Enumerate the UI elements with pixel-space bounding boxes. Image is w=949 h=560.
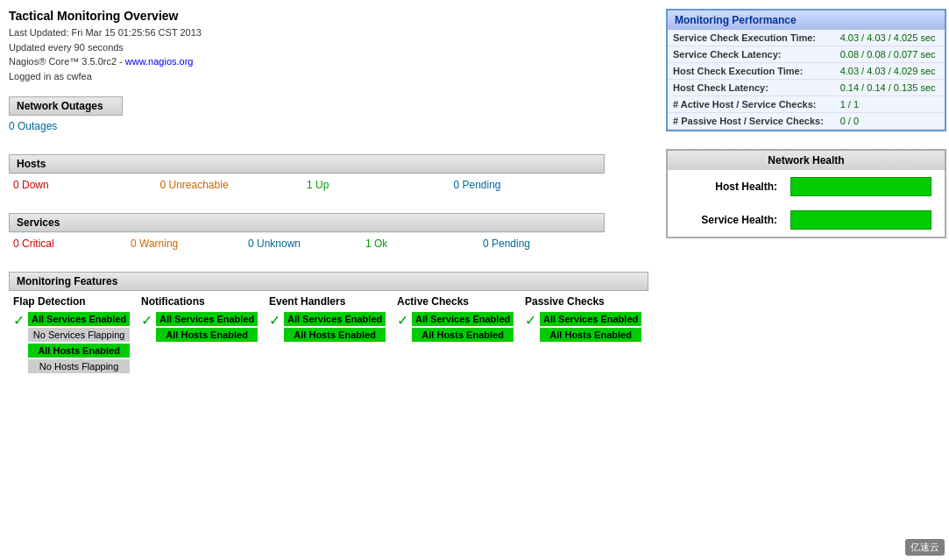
- outages-value[interactable]: 0 Outages: [9, 120, 57, 132]
- network-health-box: Network Health Host Health: Service Heal…: [666, 149, 946, 238]
- monitoring-features-section: Monitoring Features Flap Detection✓All S…: [9, 272, 648, 376]
- perf-label: Service Check Execution Time:: [668, 30, 835, 46]
- checkmark-icon: ✓: [13, 314, 25, 328]
- checkmark-icon: ✓: [269, 314, 280, 328]
- services-pending: 0 Pending: [483, 237, 600, 250]
- feature-tags: All Services EnabledNo Services Flapping…: [28, 312, 130, 373]
- features-grid: Flap Detection✓All Services EnabledNo Se…: [9, 295, 648, 376]
- services-warning: 0 Warning: [131, 237, 248, 250]
- website-link[interactable]: www.nagios.org: [125, 56, 194, 67]
- service-health-bar: [790, 210, 931, 230]
- feature-col-header: Event Handlers: [269, 295, 388, 308]
- perf-row: # Passive Host / Service Checks:0 / 0: [668, 113, 945, 130]
- feature-tag: All Hosts Enabled: [284, 328, 386, 342]
- network-health-header: Network Health: [668, 151, 945, 170]
- last-updated: Last Updated: Fri Mar 15 01:25:56 CST 20…: [9, 25, 648, 40]
- checkmark-icon: ✓: [141, 314, 152, 328]
- hosts-header: Hosts: [9, 154, 605, 174]
- perf-row: Service Check Latency:0.08 / 0.08 / 0.07…: [668, 46, 945, 63]
- services-section: Services 0 Critical 0 Warning 0 Unknown …: [9, 213, 605, 254]
- perf-row: Host Check Execution Time:4.03 / 4.03 / …: [668, 63, 945, 80]
- services-ok: 1 Ok: [365, 237, 483, 250]
- hosts-status-row: 0 Down 0 Unreachable 1 Up 0 Pending: [9, 174, 605, 195]
- hosts-down: 0 Down: [13, 179, 160, 191]
- services-critical: 0 Critical: [13, 237, 131, 250]
- services-status-row: 0 Critical 0 Warning 0 Unknown 1 Ok 0 Pe…: [9, 232, 605, 254]
- hosts-up-link[interactable]: 1 Up: [307, 179, 329, 191]
- page-title: Tactical Monitoring Overview: [9, 9, 648, 23]
- services-pending-link[interactable]: 0 Pending: [483, 237, 530, 250]
- perf-label: Service Check Latency:: [668, 46, 835, 63]
- perf-label: Host Check Execution Time:: [668, 63, 835, 80]
- feature-col-4: Passive Checks✓All Services EnabledAll H…: [521, 295, 648, 376]
- feature-tag: All Hosts Enabled: [28, 344, 130, 358]
- services-ok-link[interactable]: 1 Ok: [365, 237, 387, 250]
- services-warning-link[interactable]: 0 Warning: [131, 237, 178, 250]
- hosts-up: 1 Up: [307, 179, 454, 191]
- checkmark-icon: ✓: [525, 314, 536, 328]
- perf-value: 0.14 / 0.14 / 0.135 sec: [835, 80, 945, 96]
- feature-tag: All Hosts Enabled: [412, 328, 513, 342]
- performance-table: Service Check Execution Time:4.03 / 4.03…: [668, 30, 945, 130]
- feature-item-row: ✓All Services EnabledAll Hosts Enabled: [397, 312, 516, 342]
- logged-in: Logged in as cwfea: [9, 69, 648, 84]
- perf-value: 0.08 / 0.08 / 0.077 sec: [835, 46, 945, 63]
- feature-col-3: Active Checks✓All Services EnabledAll Ho…: [393, 295, 521, 376]
- feature-tag: All Services Enabled: [28, 312, 130, 326]
- services-unknown: 0 Unknown: [248, 237, 365, 250]
- feature-col-header: Notifications: [141, 295, 260, 308]
- feature-tag: All Services Enabled: [156, 312, 258, 326]
- services-critical-link[interactable]: 0 Critical: [13, 237, 54, 250]
- feature-col-2: Event Handlers✓All Services EnabledAll H…: [265, 295, 393, 376]
- network-outages-section: Network Outages 0 Outages: [9, 96, 648, 137]
- perf-row: Service Check Execution Time:4.03 / 4.03…: [668, 30, 945, 46]
- hosts-section: Hosts 0 Down 0 Unreachable 1 Up 0 Pendin…: [9, 154, 605, 195]
- checkmark-icon: ✓: [397, 314, 408, 328]
- monitoring-performance-header: Monitoring Performance: [668, 11, 945, 30]
- update-interval: Updated every 90 seconds: [9, 40, 648, 55]
- monitoring-performance-box: Monitoring Performance Service Check Exe…: [666, 9, 946, 131]
- perf-label: Host Check Latency:: [668, 80, 835, 96]
- feature-tags: All Services EnabledAll Hosts Enabled: [412, 312, 513, 342]
- services-unknown-link[interactable]: 0 Unknown: [248, 237, 301, 250]
- host-health-bar: [790, 177, 931, 196]
- feature-tags: All Services EnabledAll Hosts Enabled: [284, 312, 386, 342]
- perf-value: 4.03 / 4.03 / 4.029 sec: [835, 63, 945, 80]
- feature-tag: No Services Flapping: [28, 328, 130, 342]
- perf-label: # Passive Host / Service Checks:: [668, 113, 835, 130]
- feature-item-row: ✓All Services EnabledAll Hosts Enabled: [141, 312, 260, 342]
- hosts-unreachable-link[interactable]: 0 Unreachable: [160, 179, 229, 191]
- service-health-row: Service Health:: [668, 203, 945, 237]
- perf-row: Host Check Latency:0.14 / 0.14 / 0.135 s…: [668, 80, 945, 96]
- host-health-label: Host Health:: [681, 181, 777, 193]
- feature-item-row: ✓All Services EnabledNo Services Flappin…: [13, 312, 132, 373]
- services-header: Services: [9, 213, 605, 232]
- feature-tag: All Services Enabled: [412, 312, 513, 326]
- perf-value: 4.03 / 4.03 / 4.025 sec: [835, 30, 945, 46]
- feature-tag: All Services Enabled: [284, 312, 386, 326]
- perf-value: 0 / 0: [835, 113, 945, 130]
- feature-tag: All Hosts Enabled: [540, 328, 641, 342]
- hosts-unreachable: 0 Unreachable: [160, 179, 308, 191]
- network-outages-header: Network Outages: [9, 96, 123, 116]
- feature-tags: All Services EnabledAll Hosts Enabled: [540, 312, 641, 342]
- hosts-pending-link[interactable]: 0 Pending: [454, 179, 501, 191]
- host-health-row: Host Health:: [668, 170, 945, 203]
- feature-tag: All Services Enabled: [540, 312, 641, 326]
- feature-col-1: Notifications✓All Services EnabledAll Ho…: [137, 295, 265, 376]
- service-health-label: Service Health:: [681, 214, 777, 226]
- perf-label: # Active Host / Service Checks:: [668, 96, 835, 113]
- hosts-down-link[interactable]: 0 Down: [13, 179, 49, 191]
- perf-value: 1 / 1: [835, 96, 945, 113]
- version-text: Nagios® Core™ 3.5.0rc2 -: [9, 56, 123, 67]
- feature-tag: No Hosts Flapping: [28, 359, 130, 373]
- perf-row: # Active Host / Service Checks:1 / 1: [668, 96, 945, 113]
- feature-tags: All Services EnabledAll Hosts Enabled: [156, 312, 258, 342]
- header-info: Tactical Monitoring Overview Last Update…: [9, 9, 648, 83]
- feature-col-header: Flap Detection: [13, 295, 132, 308]
- feature-item-row: ✓All Services EnabledAll Hosts Enabled: [525, 312, 644, 342]
- monitoring-features-header: Monitoring Features: [9, 272, 648, 291]
- feature-col-header: Passive Checks: [525, 295, 644, 308]
- feature-tag: All Hosts Enabled: [156, 328, 258, 342]
- hosts-pending: 0 Pending: [454, 179, 601, 191]
